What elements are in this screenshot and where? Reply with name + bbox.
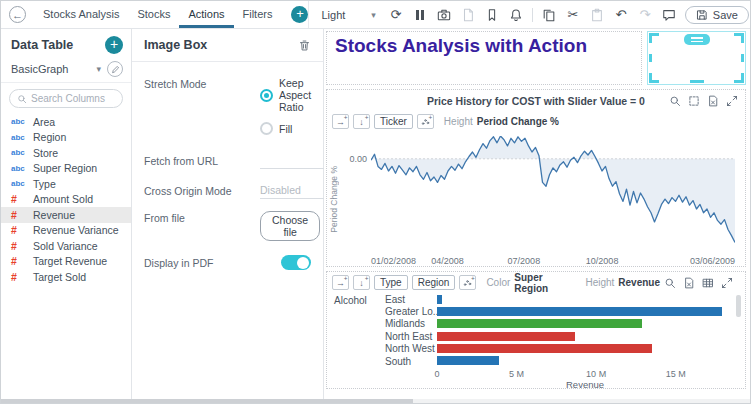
zoom-icon[interactable]: [669, 95, 681, 107]
divider: [1, 82, 131, 83]
selection-handle[interactable]: [734, 33, 744, 43]
height-value[interactable]: Revenue: [618, 277, 660, 288]
bar[interactable]: [437, 319, 642, 328]
export-excel-icon[interactable]: [707, 95, 719, 107]
maximize-icon[interactable]: [721, 277, 733, 289]
bar[interactable]: [437, 332, 575, 341]
cut-icon[interactable]: ✂: [565, 7, 581, 23]
column-label: Revenue: [33, 209, 75, 221]
add-row-breadcrumb-button[interactable]: ↓+: [353, 114, 370, 129]
add-visual-breadcrumb-button[interactable]: +: [459, 275, 476, 290]
selection-handle[interactable]: [690, 80, 704, 83]
selection-handle[interactable]: [734, 73, 744, 83]
breadcrumb-chip-type[interactable]: Type: [374, 275, 408, 290]
refresh-icon[interactable]: ⟳: [388, 7, 404, 23]
save-button[interactable]: Save: [685, 6, 749, 24]
color-label: Color: [486, 277, 510, 288]
theme-selector[interactable]: Light ▾: [321, 9, 375, 21]
export-excel-icon[interactable]: [683, 277, 695, 289]
y-axis-label: Period Change %: [329, 166, 339, 233]
marquee-select-icon[interactable]: [688, 95, 700, 107]
add-tab-button[interactable]: +: [291, 6, 308, 23]
add-data-table-button[interactable]: +: [105, 36, 123, 54]
bar[interactable]: [437, 307, 722, 316]
bookmark-icon[interactable]: [484, 7, 500, 23]
search-icon: [17, 94, 27, 104]
radio-keep-aspect-ratio[interactable]: Keep Aspect Ratio: [260, 77, 311, 113]
column-item[interactable]: abcType: [1, 176, 131, 192]
bar-row: North East: [385, 330, 733, 342]
selection-handle[interactable]: [741, 54, 744, 62]
add-visual-breadcrumb-button[interactable]: +: [417, 114, 434, 129]
choose-file-button[interactable]: Choose file: [260, 211, 320, 241]
bar[interactable]: [437, 295, 442, 304]
horizontal-scrollbar[interactable]: [1, 399, 750, 403]
pause-icon[interactable]: [412, 7, 428, 23]
back-button[interactable]: ←: [9, 6, 26, 23]
breadcrumb-chip-region[interactable]: Region: [412, 275, 456, 290]
dashboard-title-widget[interactable]: Stocks Analysis with Action: [326, 31, 642, 85]
edit-data-table-button[interactable]: [107, 61, 123, 77]
add-column-breadcrumb-button[interactable]: →+: [332, 114, 349, 129]
drag-handle-icon[interactable]: [684, 34, 710, 45]
bell-icon[interactable]: [508, 7, 524, 23]
app-window: ← Stocks Analysis Stocks Actions Filters…: [0, 0, 751, 404]
text-column-icon: abc: [11, 133, 27, 142]
bar[interactable]: [437, 344, 652, 353]
column-item[interactable]: #Target Sold: [1, 269, 131, 285]
copy-icon[interactable]: [541, 7, 557, 23]
back-icon: ←: [12, 9, 23, 21]
column-item[interactable]: abcStore: [1, 145, 131, 161]
tab-filters[interactable]: Filters: [234, 1, 282, 28]
comment-icon[interactable]: [661, 7, 677, 23]
display-pdf-toggle[interactable]: [281, 255, 311, 270]
price-line-chart[interactable]: 0.00 01/02/200804/200807/200810/200803/0…: [341, 132, 745, 266]
height-label: Height: [585, 277, 614, 288]
column-item[interactable]: abcSuper Region: [1, 161, 131, 177]
search-input[interactable]: [31, 93, 115, 104]
height-value[interactable]: Period Change %: [477, 116, 559, 127]
tab-stocks[interactable]: Stocks: [128, 1, 179, 28]
zoom-icon[interactable]: [664, 277, 676, 289]
camera-icon[interactable]: [436, 7, 452, 23]
column-item[interactable]: abcArea: [1, 114, 131, 130]
chevron-down-icon[interactable]: ▾: [96, 64, 101, 74]
maximize-icon[interactable]: [726, 95, 738, 107]
tab-actions[interactable]: Actions: [179, 1, 233, 28]
column-item[interactable]: abcRegion: [1, 130, 131, 146]
table-icon[interactable]: [702, 277, 714, 289]
undo-icon[interactable]: ↶: [613, 7, 629, 23]
plus-icon: +: [429, 114, 433, 121]
bar[interactable]: [437, 356, 499, 365]
column-label: Target Revenue: [33, 255, 107, 267]
color-value[interactable]: Super Region: [514, 272, 575, 294]
selection-handle[interactable]: [649, 73, 659, 83]
arrow-down-icon: ↓: [359, 278, 364, 288]
bar-chart-scrollbar[interactable]: [736, 295, 741, 317]
plus-icon: +: [365, 275, 369, 282]
trash-icon[interactable]: [298, 39, 311, 52]
bar-row: Greater Lo...: [385, 305, 733, 317]
scrollbar-thumb[interactable]: [1, 399, 413, 403]
column-item[interactable]: #Sold Variance: [1, 238, 131, 254]
numeric-column-icon: #: [11, 271, 27, 283]
radio-fill[interactable]: Fill: [260, 122, 311, 135]
add-column-breadcrumb-button[interactable]: →+: [332, 275, 349, 290]
add-row-breadcrumb-button[interactable]: ↓+: [353, 275, 370, 290]
breadcrumb-chip-ticker[interactable]: Ticker: [374, 114, 413, 129]
selection-handle[interactable]: [649, 33, 659, 43]
cross-origin-value: Disabled: [260, 184, 301, 196]
column-item[interactable]: #Amount Sold: [1, 192, 131, 208]
tab-stocks-analysis[interactable]: Stocks Analysis: [34, 1, 128, 28]
plus-icon: +: [344, 114, 348, 121]
save-label: Save: [713, 9, 738, 21]
search-box[interactable]: [9, 89, 123, 108]
column-item[interactable]: #Revenue: [1, 207, 131, 223]
selection-handle[interactable]: [649, 54, 652, 62]
image-box-widget[interactable]: [647, 31, 746, 85]
x-axis-tick: 03/06/2009: [690, 256, 735, 266]
column-item[interactable]: #Target Revenue: [1, 254, 131, 270]
toolbar: ← Stocks Analysis Stocks Actions Filters…: [1, 1, 750, 29]
plus-icon: +: [296, 6, 304, 21]
column-item[interactable]: #Revenue Variance: [1, 223, 131, 239]
